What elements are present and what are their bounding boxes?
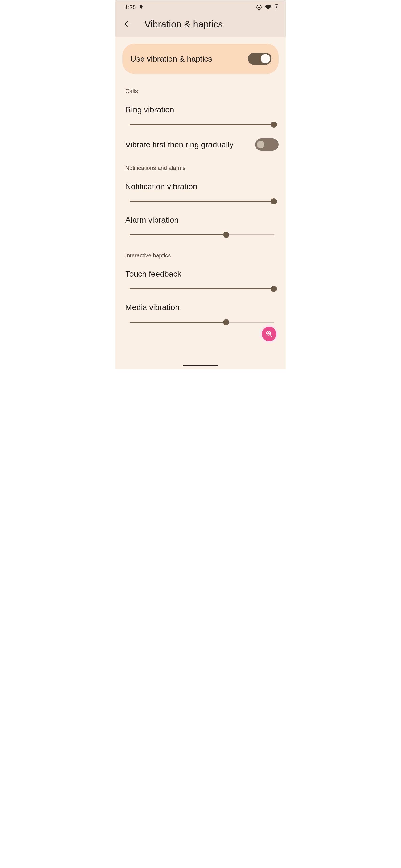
svg-rect-3 [276, 4, 277, 5]
media-vibration-label: Media vibration [125, 303, 279, 312]
media-vibration-slider[interactable] [129, 319, 274, 326]
section-header-interactive: Interactive haptics [125, 252, 279, 259]
ring-vibration-slider[interactable] [129, 121, 274, 128]
back-button[interactable] [122, 19, 133, 30]
battery-charging-icon [274, 4, 279, 10]
zoom-in-icon [266, 330, 273, 338]
master-toggle[interactable] [248, 53, 272, 65]
notification-vibration-label: Notification vibration [125, 182, 279, 191]
app-bar: Vibration & haptics [115, 14, 286, 37]
section-header-notifications: Notifications and alarms [125, 165, 279, 172]
fab-glow [260, 324, 279, 343]
notification-vibration-slider[interactable] [129, 198, 274, 205]
section-header-calls: Calls [125, 88, 279, 94]
ring-vibration-label: Ring vibration [125, 105, 279, 114]
nav-handle[interactable] [183, 365, 218, 366]
vibrate-first-label: Vibrate first then ring gradually [125, 140, 234, 149]
content: Use vibration & haptics Calls Ring vibra… [115, 44, 286, 354]
touch-feedback-slider[interactable] [129, 286, 274, 292]
master-toggle-label: Use vibration & haptics [130, 54, 212, 63]
alarm-vibration-label: Alarm vibration [125, 215, 279, 224]
status-time: 1:25 [125, 4, 136, 10]
alarm-vibration-slider[interactable] [129, 231, 274, 238]
touch-feedback-label: Touch feedback [125, 269, 279, 279]
page-title: Vibration & haptics [145, 19, 223, 30]
svg-line-6 [270, 335, 272, 336]
zoom-fab[interactable] [262, 327, 276, 341]
dnd-icon [256, 4, 262, 10]
bolt-icon [139, 5, 144, 10]
master-toggle-row[interactable]: Use vibration & haptics [122, 44, 279, 74]
phone-frame: 1:25 Vibration & haptics [115, 0, 286, 369]
status-bar: 1:25 [115, 0, 286, 14]
vibrate-first-row[interactable]: Vibrate first then ring gradually [122, 138, 279, 151]
vibrate-first-toggle[interactable] [255, 138, 279, 151]
back-arrow-icon [124, 20, 132, 29]
wifi-icon [265, 4, 272, 10]
